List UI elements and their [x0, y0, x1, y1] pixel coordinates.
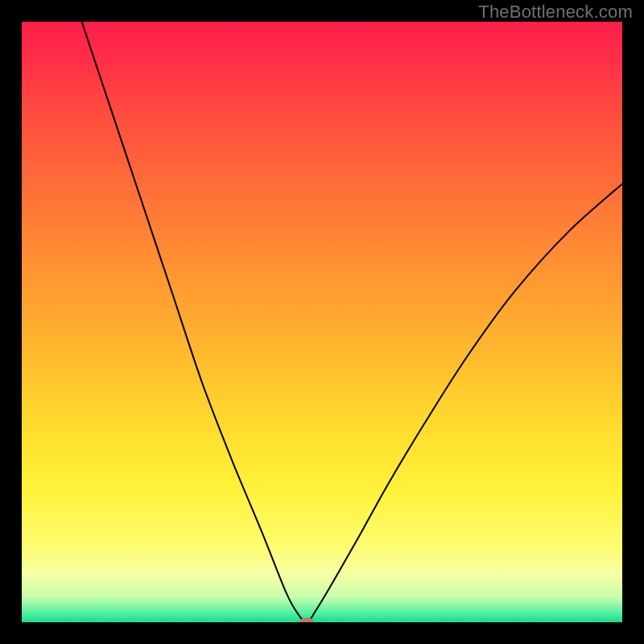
plot-area	[22, 22, 622, 622]
plot-svg	[22, 22, 622, 622]
chart-frame: TheBottleneck.com	[0, 0, 644, 644]
optimal-point-marker	[300, 618, 314, 623]
watermark-text: TheBottleneck.com	[478, 2, 633, 23]
